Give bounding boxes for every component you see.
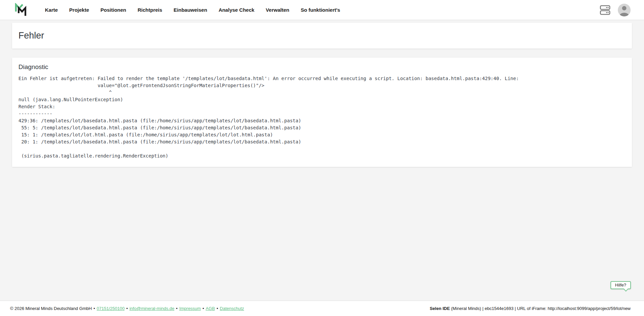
server-icon[interactable] xyxy=(600,4,610,16)
footer-separator: • xyxy=(94,306,95,311)
footer-link-datenschutz[interactable]: Datenschutz xyxy=(220,306,244,311)
nav-item-karte[interactable]: Karte xyxy=(45,7,58,13)
logo-mm-icon xyxy=(13,3,28,17)
nav-item-so-funktionierts[interactable]: So funktioniert's xyxy=(301,7,340,13)
nav-item-verwalten[interactable]: Verwalten xyxy=(266,7,289,13)
footer: © 2026 Mineral Minds Deutschland GmbH • … xyxy=(0,301,644,316)
error-title-card: Fehler xyxy=(12,23,632,49)
footer-link-impressum[interactable]: Impressum xyxy=(179,306,201,311)
diagnostic-card: Diagnostic Ein Fehler ist aufgetreten: F… xyxy=(12,58,632,167)
nav-item-analyse-check[interactable]: Analyse Check xyxy=(219,7,255,13)
footer-link-email[interactable]: info@mineral-minds.de xyxy=(129,306,174,311)
diagnostic-stacktrace: Ein Fehler ist aufgetreten: Failed to re… xyxy=(18,75,626,160)
main-content: Fehler Diagnostic Ein Fehler ist aufgetr… xyxy=(0,20,644,167)
nav-item-projekte[interactable]: Projekte xyxy=(69,7,89,13)
nav-item-positionen[interactable]: Positionen xyxy=(101,7,126,13)
copyright-text: © 2026 Mineral Minds Deutschland GmbH xyxy=(10,306,92,311)
help-button[interactable]: Hilfe? xyxy=(610,281,631,289)
nav-item-richtpreis[interactable]: Richtpreis xyxy=(138,7,162,13)
avatar-head xyxy=(622,6,627,10)
footer-separator: • xyxy=(176,306,178,311)
avatar-body xyxy=(620,13,629,16)
ide-info: (Mineral Minds) | ebc1544e1693 | URL of … xyxy=(451,306,631,311)
footer-separator: • xyxy=(203,306,204,311)
footer-separator: • xyxy=(217,306,218,311)
footer-right: Selen IDE (Mineral Minds) | ebc1544e1693… xyxy=(430,306,631,311)
user-avatar-icon[interactable] xyxy=(618,4,631,16)
nav-item-einbauweisen[interactable]: Einbauweisen xyxy=(174,7,207,13)
footer-link-agb[interactable]: AGB xyxy=(206,306,215,311)
ide-brand: Selen IDE xyxy=(430,306,450,311)
top-nav: Karte Projekte Positionen Richtpreis Ein… xyxy=(0,0,644,20)
diagnostic-heading: Diagnostic xyxy=(18,63,626,71)
main-nav: Karte Projekte Positionen Richtpreis Ein… xyxy=(45,7,340,13)
nav-right-icons xyxy=(600,4,631,16)
help-bubble-tail xyxy=(624,287,628,292)
footer-link-phone[interactable]: 07151/250100 xyxy=(97,306,124,311)
page-title: Fehler xyxy=(18,30,44,41)
footer-left: © 2026 Mineral Minds Deutschland GmbH • … xyxy=(10,306,244,311)
mineral-minds-logo[interactable] xyxy=(13,3,28,17)
footer-separator: • xyxy=(126,306,128,311)
help-button-label: Hilfe? xyxy=(615,282,626,288)
